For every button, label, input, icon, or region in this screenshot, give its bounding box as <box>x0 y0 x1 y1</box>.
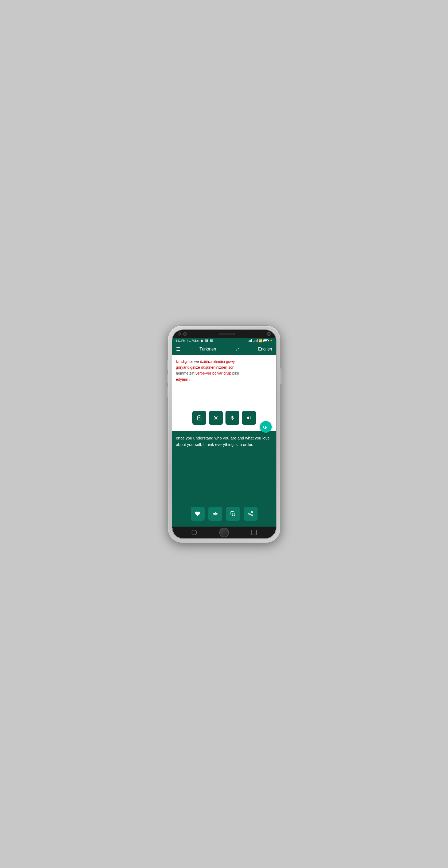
result-speaker-button[interactable] <box>209 507 222 521</box>
google-translate-fab[interactable]: G ▶ <box>260 421 272 433</box>
camera-dot-main <box>183 332 187 336</box>
source-text-content: kimdigiñizi we özüñizi nämäni gowy görýä… <box>176 359 272 382</box>
copy-button[interactable] <box>226 507 240 521</box>
bar2 <box>249 340 250 342</box>
status-right: 📶 ⚡ <box>248 339 273 342</box>
bar4b <box>257 339 258 342</box>
source-word-2: özüñizi <box>200 359 212 364</box>
target-language-label[interactable]: English <box>258 347 272 351</box>
battery-icon <box>263 339 269 342</box>
result-actions-bar <box>176 504 272 522</box>
microphone-button[interactable] <box>225 411 239 425</box>
bar2b <box>255 340 255 342</box>
source-word-7: soñ <box>228 365 234 370</box>
source-word-6: düşüneniñizden <box>201 365 227 370</box>
bar3b <box>256 340 256 342</box>
clear-button[interactable] <box>209 411 223 425</box>
time-display: 4:21 PM <box>175 339 185 342</box>
svg-point-15 <box>251 512 252 513</box>
bar3 <box>250 340 251 342</box>
result-text: once you understand who you are and what… <box>176 435 272 504</box>
back-button[interactable] <box>192 530 197 535</box>
battery-fill <box>264 340 266 341</box>
result-area: once you understand who you are and what… <box>172 431 276 527</box>
front-camera <box>267 332 270 336</box>
source-word-9: bolýar <box>213 371 223 375</box>
source-language-label[interactable]: Turkmen <box>199 347 216 351</box>
phone-screen: 4:21 PM | 1.7KB/s ⏰ 🔄 🔄 <box>172 330 277 539</box>
signal-bars-1 <box>248 339 252 342</box>
charging-icon: ⚡ <box>270 339 273 342</box>
speed-display: 1.7KB/s <box>189 339 198 342</box>
source-word-5: görýändigiñize <box>176 365 200 370</box>
svg-marker-10 <box>247 416 249 420</box>
recent-apps-button[interactable] <box>251 530 257 535</box>
bar4 <box>251 339 252 342</box>
svg-rect-7 <box>231 415 233 418</box>
svg-point-16 <box>249 513 250 514</box>
favorite-button[interactable] <box>191 507 205 521</box>
wifi-icon: 📶 <box>259 339 262 342</box>
source-actions-bar: G ▶ <box>172 408 276 428</box>
source-word-10: diýip <box>224 371 231 375</box>
battery-body <box>263 339 268 342</box>
camera-area <box>178 332 187 336</box>
separator: | <box>187 339 188 342</box>
source-word-11: edýärin <box>176 377 188 381</box>
svg-point-17 <box>251 515 252 516</box>
home-button[interactable] <box>219 528 229 537</box>
camera-dot-left <box>178 332 181 336</box>
bar1b <box>254 341 254 342</box>
bar1 <box>248 341 249 342</box>
source-word-1: kimdigiñizi <box>176 359 193 364</box>
svg-marker-13 <box>213 512 215 515</box>
signal-bars-2 <box>254 339 258 342</box>
phone-top-bar <box>172 330 276 338</box>
svg-line-19 <box>250 513 251 513</box>
phone-device: 4:21 PM | 1.7KB/s ⏰ 🔄 🔄 <box>168 326 280 542</box>
source-word-4: gowy <box>226 359 235 364</box>
menu-icon[interactable]: ☰ <box>176 346 180 352</box>
source-word-8: ýerbe-ýer <box>196 371 211 375</box>
clock-icon: ⏰ <box>200 339 203 342</box>
phone-bottom-bar <box>172 527 276 538</box>
clipboard-button[interactable] <box>192 411 206 425</box>
swap-languages-icon[interactable]: ⇄ <box>235 346 239 351</box>
status-left: 4:21 PM | 1.7KB/s ⏰ 🔄 🔄 <box>175 339 213 342</box>
source-text-area[interactable]: kimdigiñizi we özüñizi nämäni gowy görýä… <box>172 355 276 408</box>
data-icon2: 🔄 <box>210 339 213 342</box>
svg-rect-14 <box>232 513 234 516</box>
svg-line-18 <box>250 514 251 515</box>
data-icon1: 🔄 <box>205 339 208 342</box>
app-screen: 4:21 PM | 1.7KB/s ⏰ 🔄 🔄 <box>172 338 276 527</box>
app-header: ☰ Turkmen ⇄ English <box>172 344 276 355</box>
svg-text:▶: ▶ <box>265 426 268 429</box>
battery-tip <box>268 340 269 341</box>
status-bar: 4:21 PM | 1.7KB/s ⏰ 🔄 🔄 <box>172 338 276 344</box>
speaker-button[interactable] <box>242 411 256 425</box>
source-word-3: nämäni <box>213 359 225 364</box>
share-button[interactable] <box>244 507 258 521</box>
speaker-grille <box>219 333 235 335</box>
